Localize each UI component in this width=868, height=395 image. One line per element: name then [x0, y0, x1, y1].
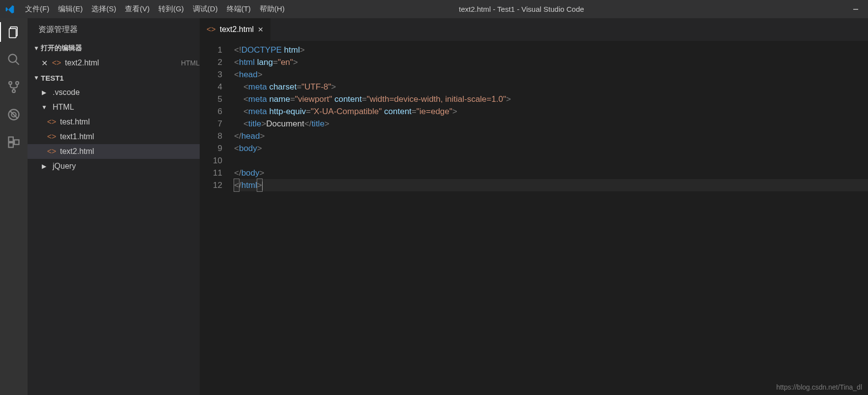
debug-icon[interactable] [6, 107, 22, 122]
html-file-icon: <> [47, 132, 56, 141]
close-icon[interactable]: ✕ [258, 26, 264, 33]
item-label: .vscode [53, 88, 200, 97]
file-meta: HTML [181, 59, 200, 67]
folder-header[interactable]: ▼ TEST1 [28, 70, 200, 85]
svg-rect-2 [9, 29, 16, 38]
open-editors-header[interactable]: ▼ 打开的编辑器 [28, 41, 200, 56]
code-line[interactable]: <!DOCTYPE html> [234, 44, 868, 56]
file-name: text2.html [65, 59, 175, 67]
vscode-logo-icon [4, 3, 16, 15]
folder-item[interactable]: ▶.vscode [28, 85, 200, 100]
chevron-right-icon: ▶ [41, 89, 46, 96]
open-editor-item[interactable]: ✕<>text2.htmlHTML [28, 56, 200, 70]
line-numbers: 123456789101112 [200, 44, 234, 395]
folder-item[interactable]: ▼HTML [28, 100, 200, 115]
svg-point-5 [9, 82, 12, 85]
search-icon[interactable] [6, 52, 22, 67]
close-icon[interactable]: ✕ [41, 59, 48, 68]
file-item[interactable]: <>text1.html [28, 129, 200, 144]
code-line[interactable]: </html> [234, 179, 868, 191]
editor-tabs: <> text2.html ✕ [200, 18, 868, 41]
item-label: HTML [53, 103, 200, 112]
menu-item[interactable]: 选择(S) [87, 4, 120, 14]
menu-item[interactable]: 调试(D) [188, 4, 222, 14]
svg-point-7 [12, 90, 15, 92]
source-control-icon[interactable] [6, 79, 22, 95]
code-content[interactable]: <!DOCTYPE html><html lang="en"><head> <m… [234, 44, 868, 395]
tab-text2[interactable]: <> text2.html ✕ [200, 18, 271, 41]
sidebar-title: 资源管理器 [28, 18, 200, 41]
code-line[interactable]: <head> [234, 68, 868, 81]
code-line[interactable] [234, 154, 868, 167]
code-line[interactable]: </body> [234, 167, 868, 179]
code-line[interactable]: </head> [234, 130, 868, 142]
svg-rect-13 [14, 140, 19, 144]
menu-item[interactable]: 查看(V) [120, 4, 154, 14]
title-bar: 文件(F)编辑(E)选择(S)查看(V)转到(G)调试(D)终端(T)帮助(H)… [0, 0, 868, 18]
menu-bar: 文件(F)编辑(E)选择(S)查看(V)转到(G)调试(D)终端(T)帮助(H) [21, 4, 289, 14]
chevron-right-icon: ▶ [41, 163, 46, 170]
code-line[interactable]: <meta http-equiv="X-UA-Compatible" conte… [234, 105, 868, 118]
sidebar: 资源管理器 ▼ 打开的编辑器 ✕<>text2.htmlHTML ▼ TEST1… [28, 18, 200, 395]
svg-line-4 [16, 61, 19, 65]
chevron-down-icon: ▼ [33, 45, 38, 52]
code-line[interactable]: <meta charset="UTF-8"> [234, 81, 868, 93]
code-line[interactable]: <title>Document</title> [234, 118, 868, 130]
folder-name: TEST1 [41, 74, 64, 82]
window-controls [852, 6, 859, 13]
html-file-icon: <> [47, 147, 56, 156]
watermark-text: https://blog.csdn.net/Tina_dl [776, 383, 862, 391]
explorer-icon[interactable] [6, 24, 22, 40]
file-tree: ▼ 打开的编辑器 ✕<>text2.htmlHTML ▼ TEST1 ▶.vsc… [28, 41, 200, 174]
html-file-icon: <> [47, 118, 56, 126]
svg-point-3 [9, 55, 17, 62]
minimize-button[interactable] [852, 6, 859, 13]
menu-item[interactable]: 帮助(H) [255, 4, 289, 14]
html-file-icon: <> [207, 25, 216, 34]
item-label: jQuery [53, 162, 200, 171]
menu-item[interactable]: 编辑(E) [54, 4, 87, 14]
extensions-icon[interactable] [6, 134, 22, 150]
activity-bar [0, 18, 28, 395]
html-file-icon: <> [52, 59, 61, 67]
window-title: text2.html - Test1 - Visual Studio Code [289, 5, 852, 13]
item-label: text1.html [60, 132, 200, 141]
svg-point-6 [16, 82, 19, 85]
tab-label: text2.html [220, 25, 254, 34]
file-item[interactable]: <>test.html [28, 115, 200, 129]
editor-area: <> text2.html ✕ 123456789101112 <!DOCTYP… [200, 18, 868, 395]
chevron-down-icon: ▼ [33, 74, 38, 81]
menu-item[interactable]: 文件(F) [21, 4, 54, 14]
code-line[interactable]: <html lang="en"> [234, 56, 868, 68]
code-line[interactable]: <body> [234, 142, 868, 154]
open-editors-label: 打开的编辑器 [41, 44, 82, 53]
svg-rect-11 [9, 137, 13, 142]
code-line[interactable]: <meta name="viewport" content="width=dev… [234, 93, 868, 105]
folder-item[interactable]: ▶jQuery [28, 159, 200, 174]
file-item[interactable]: <>text2.html [28, 144, 200, 159]
menu-item[interactable]: 终端(T) [222, 4, 255, 14]
item-label: text2.html [60, 147, 200, 156]
code-editor[interactable]: 123456789101112 <!DOCTYPE html><html lan… [200, 41, 868, 395]
chevron-down-icon: ▼ [41, 104, 46, 111]
menu-item[interactable]: 转到(G) [154, 4, 188, 14]
item-label: test.html [60, 118, 200, 126]
svg-rect-12 [9, 143, 13, 147]
